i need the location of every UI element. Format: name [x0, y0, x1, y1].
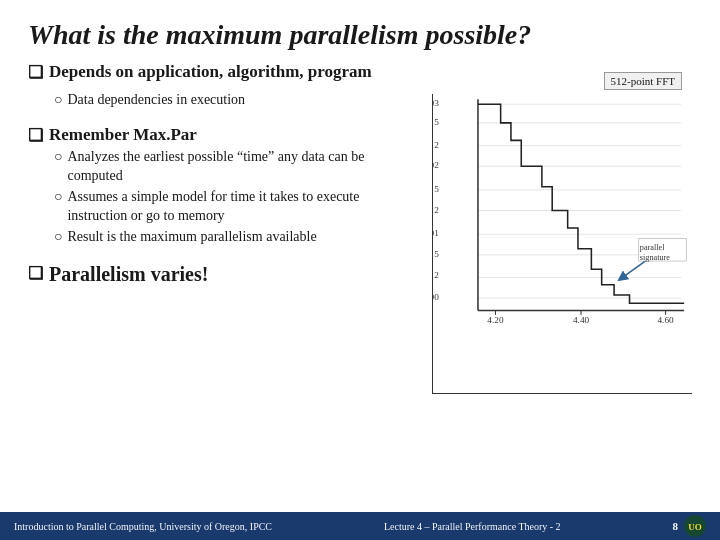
chart-container: 1e+03 5 2 1e+02 5 2 1e+01 5 2 1e+00: [432, 94, 692, 394]
bullet2-sub1-text: Analyzes the earliest possible “time” an…: [67, 148, 412, 186]
bullet2-sub3: ○ Result is the maximum parallelism avai…: [28, 228, 412, 247]
bullet2-sub3-text: Result is the maximum parallelism availa…: [67, 228, 412, 247]
bullet1-sub1-text: Data dependencies in execution: [67, 91, 412, 110]
svg-text:1e+00: 1e+00: [433, 292, 439, 302]
svg-text:2: 2: [434, 139, 439, 149]
left-column: ❑ Depends on application, algorithm, pro…: [28, 62, 412, 526]
svg-text:2: 2: [434, 269, 439, 279]
bullet2-sub2-text: Assumes a simple model for time it takes…: [67, 188, 412, 226]
content-area: ❑ Depends on application, algorithm, pro…: [28, 62, 692, 526]
bullet2-sub1-icon: ○: [54, 148, 62, 167]
footer-center: Lecture 4 – Parallel Performance Theory …: [384, 521, 561, 532]
bullet2-sub2: ○ Assumes a simple model for time it tak…: [28, 188, 412, 226]
svg-text:4.20: 4.20: [487, 314, 504, 324]
slide: What is the maximum parallelism possible…: [0, 0, 720, 540]
bullet1-sub1-icon: ○: [54, 91, 62, 110]
svg-text:4.40: 4.40: [573, 314, 590, 324]
svg-text:1e+03: 1e+03: [433, 98, 439, 108]
bullet2-icon: ❑: [28, 125, 43, 146]
bullet2-sub3-icon: ○: [54, 228, 62, 247]
svg-text:2: 2: [434, 204, 439, 214]
footer-right: 8 UO: [673, 515, 707, 537]
bullet2-sub2-icon: ○: [54, 188, 62, 207]
svg-text:parallel: parallel: [640, 242, 665, 251]
svg-text:5: 5: [434, 117, 439, 127]
remember-section: ❑ Remember Max.Par ○ Analyzes the earlie…: [28, 125, 412, 250]
bullet2-sub1: ○ Analyzes the earliest possible “time” …: [28, 148, 412, 186]
bullet-2: ❑ Remember Max.Par: [28, 125, 412, 146]
bullet-1: ❑ Depends on application, algorithm, pro…: [28, 62, 412, 83]
svg-text:1e+01: 1e+01: [433, 228, 439, 238]
chart-area: 512-point FFT 1e+03 5 2 1e+02 5 2 1e+01 …: [422, 62, 692, 526]
bullet1-text: Depends on application, algorithm, progr…: [49, 62, 372, 82]
chart-svg: 1e+03 5 2 1e+02 5 2 1e+01 5 2 1e+00: [433, 94, 692, 393]
bullet2-subs: ○ Analyzes the earliest possible “time” …: [28, 148, 412, 246]
footer-left: Introduction to Parallel Computing, Univ…: [14, 521, 272, 532]
bullet1-icon: ❑: [28, 62, 43, 83]
svg-text:5: 5: [434, 248, 439, 258]
bullet2-text: Remember Max.Par: [49, 125, 197, 145]
bullet3-text: Parallelism varies!: [49, 263, 208, 286]
svg-text:4.60: 4.60: [657, 314, 674, 324]
svg-text:5: 5: [434, 184, 439, 194]
uo-logo: UO: [684, 515, 706, 537]
bullet-3: ❑ Parallelism varies!: [28, 263, 412, 286]
parallelism-section: ❑ Parallelism varies!: [28, 263, 412, 288]
svg-text:signature: signature: [640, 253, 671, 262]
chart-label-top: 512-point FFT: [604, 72, 682, 90]
page-number: 8: [673, 520, 679, 532]
bullet1-subs: ○ Data dependencies in execution: [28, 91, 412, 112]
svg-text:1e+02: 1e+02: [433, 160, 439, 170]
bullet3-icon: ❑: [28, 263, 43, 284]
bullet1-sub1: ○ Data dependencies in execution: [28, 91, 412, 110]
footer: Introduction to Parallel Computing, Univ…: [0, 512, 720, 540]
slide-title: What is the maximum parallelism possible…: [28, 18, 692, 52]
svg-text:UO: UO: [688, 522, 702, 532]
